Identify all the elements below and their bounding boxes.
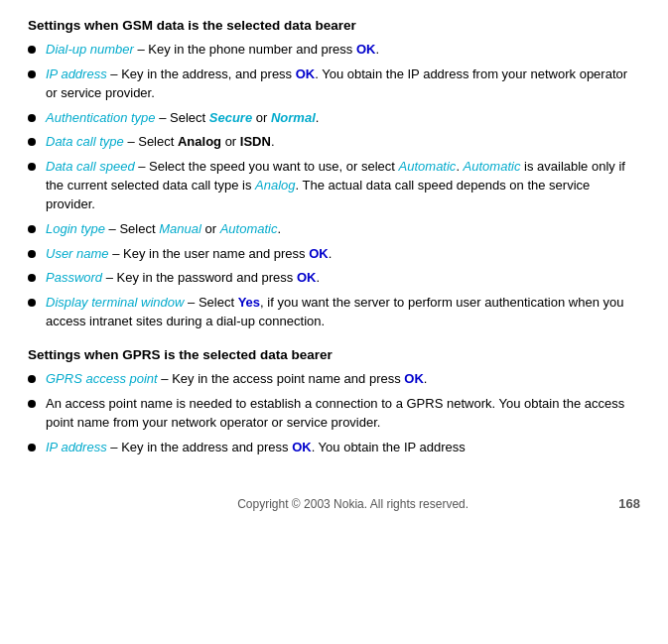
item-ip-address-1: IP address – Key in the address, and pre… bbox=[46, 65, 640, 103]
page-footer: Copyright © 2003 Nokia. All rights reser… bbox=[28, 486, 640, 511]
isdn-option: ISDN bbox=[240, 134, 271, 149]
bullet-dot bbox=[28, 299, 36, 307]
item-gprs-note: An access point name is needed to establ… bbox=[46, 395, 640, 433]
gsm-bullet-list: Dial-up number – Key in the phone number… bbox=[28, 41, 640, 331]
auth-type-link: Authentication type bbox=[46, 110, 156, 125]
list-item: Data call type – Select Analog or ISDN. bbox=[28, 133, 640, 152]
list-item: IP address – Key in the address, and pre… bbox=[28, 65, 640, 103]
bullet-dot bbox=[28, 250, 36, 258]
item-login-type: Login type – Select Manual or Automatic. bbox=[46, 220, 640, 239]
bullet-dot bbox=[28, 138, 36, 146]
analog-option: Analog bbox=[178, 134, 221, 149]
list-item: Login type – Select Manual or Automatic. bbox=[28, 220, 640, 239]
automatic-option-3: Automatic bbox=[220, 221, 278, 236]
ok-label: OK bbox=[404, 371, 424, 386]
ip-address-link: IP address bbox=[46, 66, 107, 81]
gprs-section-heading: Settings when GPRS is the selected data … bbox=[28, 347, 640, 362]
bullet-dot bbox=[28, 70, 36, 78]
automatic-option-1: Automatic bbox=[399, 159, 457, 174]
item-password: Password – Key in the password and press… bbox=[46, 269, 640, 288]
list-item: Authentication type – Select Secure or N… bbox=[28, 109, 640, 128]
manual-option: Manual bbox=[159, 221, 201, 236]
ok-label: OK bbox=[296, 66, 316, 81]
password-link: Password bbox=[46, 270, 102, 285]
ok-label: OK bbox=[356, 42, 376, 57]
bullet-dot bbox=[28, 400, 36, 408]
bullet-dot bbox=[28, 444, 36, 451]
ok-label: OK bbox=[297, 270, 317, 285]
list-item: User name – Key in the user name and pre… bbox=[28, 245, 640, 264]
list-item: GPRS access point – Key in the access po… bbox=[28, 370, 640, 389]
bullet-dot bbox=[28, 163, 36, 171]
list-item: Display terminal window – Select Yes, if… bbox=[28, 294, 640, 331]
display-terminal-link: Display terminal window bbox=[46, 295, 184, 310]
item-user-name: User name – Key in the user name and pre… bbox=[46, 245, 640, 264]
item-ip-address-2: IP address – Key in the address and pres… bbox=[46, 439, 640, 457]
copyright-text: Copyright © 2003 Nokia. All rights reser… bbox=[87, 497, 618, 511]
list-item: An access point name is needed to establ… bbox=[28, 395, 640, 433]
gprs-access-link: GPRS access point bbox=[46, 371, 158, 386]
item-data-call-speed: Data call speed – Select the speed you w… bbox=[46, 158, 640, 214]
bullet-dot bbox=[28, 225, 36, 233]
gprs-bullet-list: GPRS access point – Key in the access po… bbox=[28, 370, 640, 456]
user-name-link: User name bbox=[46, 246, 109, 261]
dial-up-link: Dial-up number bbox=[46, 42, 134, 57]
login-type-link: Login type bbox=[46, 221, 105, 236]
bullet-dot bbox=[28, 274, 36, 282]
list-item: Dial-up number – Key in the phone number… bbox=[28, 41, 640, 60]
data-call-speed-link: Data call speed bbox=[46, 159, 135, 174]
item-dial-up: Dial-up number – Key in the phone number… bbox=[46, 41, 640, 60]
yes-option: Yes bbox=[238, 295, 260, 310]
item-display-terminal: Display terminal window – Select Yes, if… bbox=[46, 294, 640, 331]
bullet-dot bbox=[28, 114, 36, 122]
data-call-type-link: Data call type bbox=[46, 134, 124, 149]
item-data-call-type: Data call type – Select Analog or ISDN. bbox=[46, 133, 640, 152]
list-item: Data call speed – Select the speed you w… bbox=[28, 158, 640, 214]
ok-label: OK bbox=[292, 440, 312, 454]
gsm-section-heading: Settings when GSM data is the selected d… bbox=[28, 18, 640, 33]
bullet-dot bbox=[28, 375, 36, 383]
secure-option: Secure bbox=[209, 110, 252, 125]
list-item: Password – Key in the password and press… bbox=[28, 269, 640, 288]
normal-option: Normal bbox=[271, 110, 316, 125]
analog-option-2: Analog bbox=[255, 178, 295, 193]
list-item: IP address – Key in the address and pres… bbox=[28, 439, 640, 457]
bullet-dot bbox=[28, 46, 36, 54]
automatic-option-2: Automatic bbox=[464, 159, 521, 174]
page-number: 168 bbox=[618, 496, 640, 511]
page-content: Settings when GSM data is the selected d… bbox=[28, 18, 640, 511]
ip-address-link-2: IP address bbox=[46, 440, 107, 454]
item-gprs-access: GPRS access point – Key in the access po… bbox=[46, 370, 640, 389]
item-auth-type: Authentication type – Select Secure or N… bbox=[46, 109, 640, 128]
ok-label: OK bbox=[309, 246, 329, 261]
